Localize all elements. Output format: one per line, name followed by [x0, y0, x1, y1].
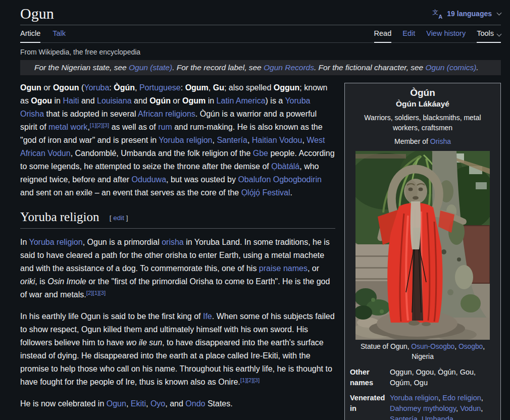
wiki-link[interactable]: Ife: [203, 312, 212, 321]
wiki-link[interactable]: Latin America: [217, 96, 266, 105]
infobox: Ògún Ògún Lákáayé Warriors, soldiers, bl…: [344, 83, 501, 420]
section-heading-text: Yoruba religion: [20, 211, 99, 224]
wiki-link[interactable]: Portuguese: [139, 83, 181, 92]
text-segment: Ogum: [185, 83, 209, 92]
hatnote: For the Nigerian state, see Ogun (state)…: [20, 60, 501, 75]
tab-tools[interactable]: Tools: [477, 25, 501, 42]
wiki-link[interactable]: Ondo: [185, 399, 205, 408]
text-segment: In: [20, 238, 29, 246]
text-segment: , and: [165, 399, 185, 408]
wiki-link[interactable]: Ekiti: [131, 399, 146, 408]
text-segment: ,: [453, 415, 455, 420]
text-segment: Gu: [213, 83, 224, 92]
section-heading-yoruba-religion: Yoruba religion [ edit ]: [20, 211, 335, 229]
text-segment: Ògún: [114, 83, 135, 92]
wiki-link[interactable]: Ogun: [107, 399, 126, 408]
translate-icon: 文A: [432, 9, 443, 18]
wiki-link[interactable]: Yoruba religion: [29, 238, 83, 246]
text-segment: Oggun: [274, 83, 300, 92]
wiki-link[interactable]: Louisiana: [97, 96, 132, 105]
text-segment: He is now celebrated in: [20, 399, 107, 408]
reference-link[interactable]: [1]: [240, 377, 247, 383]
infobox-patronage: Warriors, soldiers, blacksmiths, metal w…: [351, 113, 494, 133]
languages-label: 19 languages: [447, 10, 492, 18]
tab-read[interactable]: Read: [374, 25, 392, 42]
edit-section-link[interactable]: edit: [113, 214, 124, 222]
wiki-link[interactable]: Osun-Osogbo: [411, 343, 454, 350]
reference-link[interactable]: [3]: [253, 377, 260, 383]
wiki-link[interactable]: metal work: [48, 123, 87, 131]
infobox-row-value: Yoruba religion, Edo religion, Dahomey m…: [390, 393, 495, 420]
wiki-link[interactable]: Yoruba: [84, 83, 109, 92]
article-tabs: Article Talk Read Edit View history Tool…: [20, 25, 501, 43]
infobox-row-venerated-in: Venerated in Yoruba religion, Edo religi…: [350, 393, 495, 420]
infobox-image-statue[interactable]: [355, 151, 490, 340]
wiki-link[interactable]: Ogun Records: [264, 63, 314, 72]
wikipedia-article-page: Ogun 文A 19 languages Article Talk Read E…: [0, 0, 510, 410]
text-segment: ,: [454, 343, 458, 350]
wiki-link[interactable]: Ogun (state): [129, 63, 172, 72]
wiki-link[interactable]: Yoruba religion: [390, 394, 438, 402]
text-segment: In his earthly life Ogun is said to be t…: [20, 312, 203, 321]
wiki-link[interactable]: praise names: [259, 264, 308, 273]
text-segment: Osin Imole: [47, 277, 86, 286]
reference-link[interactable]: [2]: [96, 122, 103, 128]
wiki-link[interactable]: Oduduwa: [132, 175, 167, 184]
text-segment: ,: [209, 83, 213, 92]
tab-talk[interactable]: Talk: [53, 25, 66, 42]
wiki-link[interactable]: Santería: [390, 415, 418, 420]
wiki-link[interactable]: Haitian Vodou: [252, 136, 302, 144]
wiki-link[interactable]: Yoruba religion: [159, 136, 212, 144]
wiki-link[interactable]: Orisha: [430, 137, 451, 145]
wiki-link[interactable]: Oyo: [150, 399, 165, 408]
text-segment: Ogún: [149, 96, 171, 105]
wiki-link[interactable]: Edo religion: [442, 394, 481, 402]
chevron-down-icon: [497, 32, 502, 37]
reference-link[interactable]: [1]: [93, 290, 99, 296]
infobox-subtitle: Ògún Lákáayé: [350, 98, 495, 109]
wiki-link[interactable]: Obalufon Ogbogbodirin: [238, 175, 321, 184]
infobox-row-other-names: Other names Oggun, Ogou, Ògún, Gou, Ogúm…: [350, 367, 495, 388]
tab-edit[interactable]: Edit: [402, 25, 415, 42]
text-segment: Ogou: [31, 96, 52, 105]
wiki-link[interactable]: Gbe: [253, 149, 268, 158]
reference-link[interactable]: [2]: [247, 377, 253, 383]
wiki-link[interactable]: orisha: [162, 238, 184, 246]
text-segment: ,: [481, 404, 483, 412]
infobox-caption: Statue of Ogun, Osun-Osogbo, Osogbo, Nig…: [353, 342, 492, 362]
wiki-link[interactable]: Ọlọ́jọ́ Festival: [241, 188, 290, 197]
reference-link[interactable]: [1]: [90, 122, 96, 128]
text-segment: For the Nigerian state, see: [34, 63, 129, 72]
wiki-link[interactable]: African religions: [138, 110, 195, 118]
wiki-link[interactable]: Haiti: [63, 96, 79, 105]
wiki-link[interactable]: rum: [158, 123, 172, 131]
text-segment: ,: [247, 136, 252, 144]
wiki-link[interactable]: Santería: [217, 136, 247, 144]
tab-view-history[interactable]: View history: [426, 25, 466, 42]
text-segment: and sent on an exile – an event that ser…: [20, 188, 241, 197]
reference-link[interactable]: [3]: [99, 290, 106, 296]
text-segment: .: [476, 63, 478, 72]
wiki-link[interactable]: Ọbàtálá: [271, 162, 299, 171]
wiki-link[interactable]: Vodun: [460, 404, 481, 412]
wiki-link[interactable]: Umbanda: [422, 415, 453, 420]
text-segment: Ogoun: [53, 83, 79, 92]
wiki-link[interactable]: Ogun (comics): [426, 63, 477, 72]
article-body: Ògún Ògún Lákáayé Warriors, soldiers, bl…: [20, 81, 501, 410]
reference-link[interactable]: [2]: [86, 290, 93, 296]
reference-link[interactable]: [3]: [103, 122, 109, 128]
text-segment: . For the record label, see: [172, 63, 264, 72]
text-segment: or: [171, 96, 182, 105]
infobox-title: Ògún: [350, 87, 495, 98]
text-segment: :: [109, 83, 114, 92]
text-segment: wo ile sun: [126, 338, 162, 347]
infobox-row-label: Other names: [350, 367, 390, 388]
languages-button[interactable]: 文A 19 languages: [432, 9, 501, 18]
text-segment: that is adopted in several: [44, 110, 138, 118]
wiki-link[interactable]: Osogbo: [458, 343, 483, 350]
tab-article[interactable]: Article: [20, 25, 40, 42]
wiki-link[interactable]: Dahomey mythology: [390, 404, 456, 412]
page-title: Ogun: [20, 5, 54, 22]
infobox-row-value: Oggun, Ogou, Ògún, Gou, Ogúm, Ogu: [390, 367, 495, 388]
text-segment: , or: [308, 264, 319, 273]
